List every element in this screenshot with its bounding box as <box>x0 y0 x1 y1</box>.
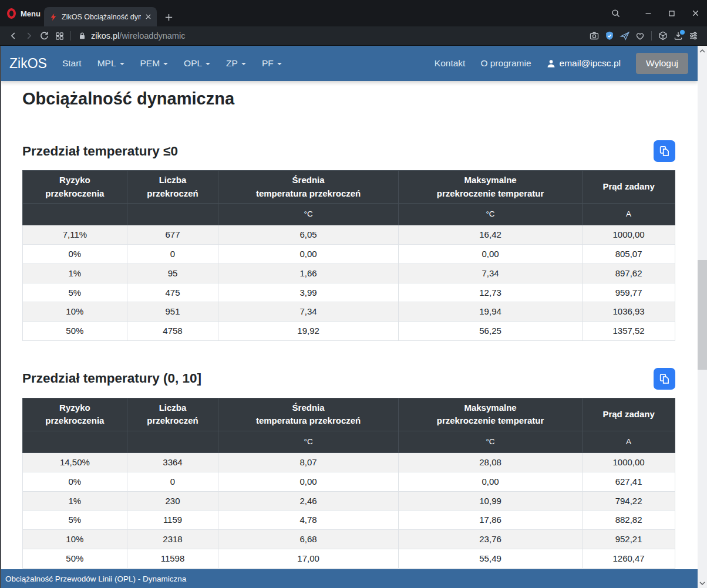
table-cell: 959,77 <box>583 283 675 302</box>
tab-close-icon[interactable] <box>145 13 152 20</box>
address-separator <box>651 31 652 40</box>
back-icon[interactable] <box>6 29 21 42</box>
column-header: Ryzyko przekroczenia <box>23 171 127 204</box>
table-cell: 4,78 <box>218 511 399 530</box>
heart-icon[interactable] <box>632 29 648 42</box>
page-content: Obciążalność dynamiczna Przedział temper… <box>0 81 698 569</box>
lightning-favicon-icon <box>49 13 58 21</box>
table-cell: 55,49 <box>398 549 582 568</box>
status-bar: Obciążalność Przewodów Linii (OPL) - Dyn… <box>0 569 698 588</box>
section-heading: Przedział temperatury ≤0 <box>22 144 178 159</box>
table-cell: 1,66 <box>218 263 399 283</box>
table-cell: 1% <box>23 263 127 283</box>
table-cell: 805,07 <box>583 245 675 264</box>
units-row: °C °C A <box>23 204 675 225</box>
table-cell: 1% <box>23 491 127 511</box>
table-cell: 6,68 <box>218 530 399 549</box>
nav-item-opl[interactable]: OPL <box>184 58 210 69</box>
table-temp-le0: Ryzyko przekroczenia Liczba przekroczeń … <box>22 170 675 341</box>
copy-table-button[interactable] <box>654 368 675 390</box>
status-text: Obciążalność Przewodów Linii (OPL) - Dyn… <box>5 575 186 583</box>
browser-menu-button[interactable]: Menu <box>7 6 41 21</box>
nav-item-zp[interactable]: ZP <box>226 58 246 69</box>
minimize-button[interactable] <box>637 0 660 26</box>
copy-table-button[interactable] <box>654 140 675 162</box>
nav-item-start[interactable]: Start <box>62 58 82 69</box>
chevron-down-icon <box>241 63 246 65</box>
nav-item-kontakt[interactable]: Kontakt <box>435 58 466 69</box>
nav-item-mpl[interactable]: MPL <box>97 58 124 69</box>
maximize-button[interactable] <box>660 0 684 26</box>
unit-cell: °C <box>218 431 399 452</box>
table-cell: 10% <box>23 302 127 322</box>
table-cell: 230 <box>127 491 218 511</box>
opera-logo-icon <box>7 8 16 19</box>
downloads-icon[interactable] <box>671 29 686 42</box>
browser-tab[interactable]: ZikOS Obciążalność dynam <box>44 7 157 26</box>
new-tab-button[interactable] <box>162 11 175 23</box>
reload-icon[interactable] <box>36 29 52 42</box>
vertical-scrollbar[interactable] <box>698 46 707 588</box>
table-cell: 19,94 <box>398 302 582 322</box>
table-row: 0% 0 0,00 0,00 627,41 <box>23 472 675 491</box>
copy-icon <box>658 373 671 385</box>
close-button[interactable] <box>684 0 707 26</box>
column-header: Maksymalne przekroczenie temperatur <box>398 398 582 431</box>
table-row: 5% 1159 4,78 17,86 882,82 <box>23 511 675 530</box>
table-cell: 56,25 <box>398 322 582 341</box>
table-cell: 1036,93 <box>583 302 675 322</box>
browser-search-button[interactable] <box>604 0 627 26</box>
table-cell: 1159 <box>127 511 218 530</box>
table-cell: 14,50% <box>23 453 127 472</box>
table-cell: 28,08 <box>398 453 582 472</box>
column-header: Średnia temperatura przekroczeń <box>218 398 399 431</box>
table-cell: 794,22 <box>583 491 675 511</box>
table-cell: 2,46 <box>218 491 399 511</box>
table-cell: 10,99 <box>398 491 582 511</box>
app-navbar: ZikOS Start MPL PEM OPL ZP PF Kontakt O … <box>0 46 698 81</box>
unit-cell: °C <box>398 431 582 452</box>
easy-setup-sliders-icon[interactable] <box>686 29 701 42</box>
nav-item-o-programie[interactable]: O programie <box>480 58 531 69</box>
scrollbar-thumb[interactable] <box>698 260 707 370</box>
copy-icon <box>658 145 671 157</box>
table-cell: 677 <box>127 225 218 245</box>
brand-zikos[interactable]: ZikOS <box>9 56 47 72</box>
window-controls <box>604 0 707 26</box>
table-cell: 19,92 <box>218 322 399 341</box>
forward-icon[interactable] <box>21 29 36 42</box>
table-cell: 5% <box>23 511 127 530</box>
table-cell: 17,86 <box>398 511 582 530</box>
table-cell: 0,00 <box>218 472 399 491</box>
table-cell: 10% <box>23 530 127 549</box>
unit-cell: A <box>583 204 675 225</box>
table-cell: 0 <box>127 472 218 491</box>
table-row: 10% 951 7,34 19,94 1036,93 <box>23 302 675 322</box>
send-plane-icon[interactable] <box>617 29 632 42</box>
table-cell: 12,73 <box>398 283 582 302</box>
table-cell: 0,00 <box>218 245 399 264</box>
table-cell: 11598 <box>127 549 218 568</box>
shield-check-icon[interactable] <box>602 29 617 42</box>
scroll-down-icon[interactable] <box>698 578 707 588</box>
table-cell: 1357,52 <box>583 322 675 341</box>
logout-button[interactable]: Wyloguj <box>636 53 688 74</box>
units-row: °C °C A <box>23 431 675 452</box>
table-row: 0% 0 0,00 0,00 805,07 <box>23 245 675 264</box>
table-cell: 0,00 <box>398 245 582 264</box>
table-cell: 0% <box>23 472 127 491</box>
table-cell: 3,99 <box>218 283 399 302</box>
nav-item-pf[interactable]: PF <box>262 58 282 69</box>
unit-cell <box>23 204 127 225</box>
table-row: 50% 4758 19,92 56,25 1357,52 <box>23 322 675 341</box>
table-cell: 3364 <box>127 453 218 472</box>
url-field[interactable]: zikos.pl/wireloaddynamic <box>91 31 587 40</box>
snapshot-camera-icon[interactable] <box>587 29 602 42</box>
address-separator <box>70 31 71 40</box>
lock-icon[interactable] <box>75 29 90 42</box>
extensions-cube-icon[interactable] <box>655 29 671 42</box>
table-temp-0-10: Ryzyko przekroczenia Liczba przekroczeń … <box>22 398 675 569</box>
speed-dial-icon[interactable] <box>52 29 67 42</box>
nav-item-pem[interactable]: PEM <box>140 58 169 69</box>
scroll-up-icon[interactable] <box>698 46 707 56</box>
